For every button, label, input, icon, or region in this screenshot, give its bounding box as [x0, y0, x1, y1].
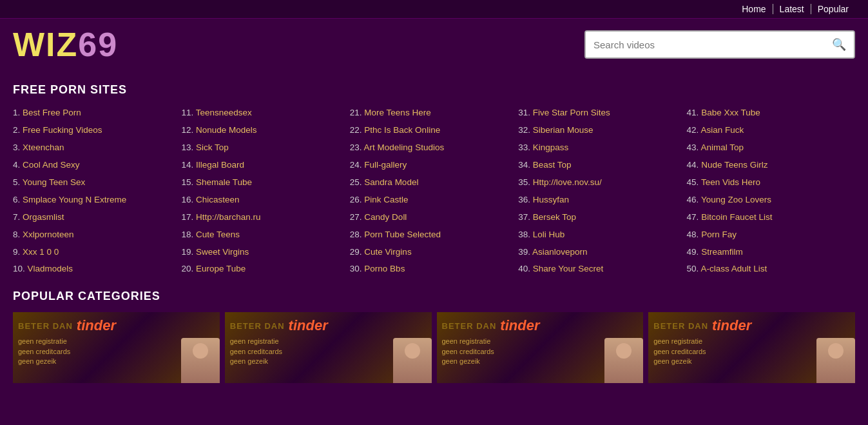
tinder-logo-2: tinder — [289, 317, 328, 334]
list-item: 40. Share Your Secret — [518, 262, 686, 277]
site-link[interactable]: Orgasmlist — [23, 212, 64, 222]
nav-popular-link[interactable]: Popular — [811, 4, 855, 14]
list-item: 24. Full-gallery — [350, 158, 518, 173]
ad-sub-4: geen registratie geen creditcards geen g… — [653, 337, 706, 366]
nav-latest-link[interactable]: Latest — [773, 4, 811, 14]
site-link[interactable]: Asianloveporn — [532, 247, 588, 257]
site-link[interactable]: Porno Bbs — [364, 264, 405, 273]
site-link[interactable]: Pthc Is Back Online — [364, 125, 440, 135]
site-link[interactable]: Smplace Young N Extreme — [23, 195, 126, 204]
list-item: 20. Europe Tube — [181, 262, 349, 277]
site-link[interactable]: Porn Tube Selected — [364, 230, 441, 239]
links-grid: 1. Best Free Porn 2. Free Fucking Videos… — [13, 106, 855, 277]
video-thumbnail-3[interactable]: BETER DAN tinder geen registratie geen c… — [437, 312, 644, 383]
site-link[interactable]: Pink Castle — [364, 195, 408, 204]
site-link[interactable]: Xxx 1 0 0 — [23, 247, 59, 257]
site-link[interactable]: Candy Doll — [364, 212, 407, 222]
ad-top-4: BETER DAN tinder — [653, 317, 751, 334]
site-link[interactable]: Http://love.nov.su/ — [533, 177, 602, 187]
site-link[interactable]: Animal Top — [700, 143, 744, 152]
list-item: 5. Young Teen Sex — [13, 175, 181, 190]
video-thumbnail-1[interactable]: BETER DAN tinder geen registratie geen c… — [13, 312, 220, 383]
site-link[interactable]: Free Fucking Videos — [23, 125, 102, 135]
links-col-1: 1. Best Free Porn 2. Free Fucking Videos… — [13, 106, 181, 277]
list-item: 32. Siberian Mouse — [518, 123, 686, 138]
list-item: 49. Streamfilm — [687, 245, 855, 260]
video-thumbnail-2[interactable]: BETER DAN tinder geen registratie geen c… — [225, 312, 432, 383]
site-link[interactable]: Streamfilm — [701, 247, 743, 257]
site-link[interactable]: Full-gallery — [364, 160, 407, 170]
site-link[interactable]: Teen Vids Hero — [701, 177, 760, 187]
links-col-3: 21. More Teens Here 22. Pthc Is Back Onl… — [350, 106, 518, 277]
list-item: 13. Sick Top — [181, 141, 349, 155]
site-link[interactable]: Shemale Tube — [196, 177, 252, 187]
site-link[interactable]: More Teens Here — [364, 108, 430, 117]
site-link[interactable]: Sandra Model — [364, 177, 418, 187]
list-item: 1. Best Free Porn — [13, 106, 181, 121]
search-button[interactable]: 🔍 — [824, 32, 854, 57]
site-link[interactable]: Xxlpornoteen — [23, 230, 74, 239]
search-input[interactable] — [586, 32, 824, 57]
site-link[interactable]: Porn Fay — [701, 230, 737, 239]
list-item: 33. Kingpass — [518, 141, 686, 155]
list-item: 25. Sandra Model — [350, 175, 518, 190]
site-link[interactable]: Young Zoo Lovers — [701, 195, 771, 204]
search-bar: 🔍 — [584, 30, 855, 59]
site-link[interactable]: Chicasteen — [196, 195, 240, 204]
list-item: 36. Hussyfan — [518, 193, 686, 208]
tinder-logo-4: tinder — [712, 317, 751, 334]
list-item: 31. Five Star Porn Sites — [518, 106, 686, 121]
site-link[interactable]: Illegal Board — [196, 160, 244, 170]
free-porn-sites-title: FREE PORN SITES — [13, 83, 855, 97]
main-content: FREE PORN SITES 1. Best Free Porn 2. Fre… — [0, 70, 868, 396]
list-item: 41. Babe Xxx Tube — [687, 106, 855, 121]
site-link[interactable]: Teensneedsex — [196, 108, 252, 117]
site-link[interactable]: Sweet Virgins — [196, 247, 249, 257]
links-col-4: 31. Five Star Porn Sites 32. Siberian Mo… — [518, 106, 686, 277]
ad-1: BETER DAN tinder geen registratie geen c… — [13, 312, 220, 383]
list-item: 14. Illegal Board — [181, 158, 349, 173]
site-link[interactable]: Babe Xxx Tube — [701, 108, 760, 117]
site-link[interactable]: Share Your Secret — [533, 264, 604, 273]
free-porn-sites-section: FREE PORN SITES 1. Best Free Porn 2. Fre… — [13, 83, 855, 277]
popular-categories-section: POPULAR CATEGORIES BETER DAN tinder geen… — [13, 290, 855, 383]
site-link[interactable]: Bitcoin Faucet List — [701, 212, 772, 222]
site-link[interactable]: Vladmodels — [28, 264, 73, 273]
list-item: 46. Young Zoo Lovers — [687, 193, 855, 208]
site-link[interactable]: Europe Tube — [196, 264, 246, 273]
site-link[interactable]: Sick Top — [196, 143, 229, 152]
video-thumbnail-grid: BETER DAN tinder geen registratie geen c… — [13, 312, 855, 383]
nav-home-link[interactable]: Home — [735, 4, 773, 14]
site-link[interactable]: Nude Teens Girlz — [701, 160, 767, 170]
site-link[interactable]: Cute Virgins — [364, 247, 411, 257]
list-item: 26. Pink Castle — [350, 193, 518, 208]
site-link[interactable]: Cool And Sexy — [23, 160, 80, 170]
site-link[interactable]: Loli Hub — [533, 230, 565, 239]
site-link[interactable]: Cute Teens — [196, 230, 240, 239]
site-link[interactable]: Http://barchan.ru — [196, 212, 261, 222]
site-link[interactable]: Bersek Top — [533, 212, 576, 222]
site-link[interactable]: Asian Fuck — [700, 125, 744, 135]
site-link[interactable]: Art Modeling Studios — [364, 143, 445, 152]
list-item: 35. Http://love.nov.su/ — [518, 175, 686, 190]
site-link[interactable]: A-class Adult List — [700, 264, 767, 273]
list-item: 37. Bersek Top — [518, 210, 686, 225]
site-header: WIZ69 🔍 — [0, 19, 868, 70]
list-item: 15. Shemale Tube — [181, 175, 349, 190]
logo-wiz: WIZ — [13, 26, 78, 63]
popular-categories-title: POPULAR CATEGORIES — [13, 290, 855, 303]
list-item: 39. Asianloveporn — [518, 245, 686, 260]
site-link[interactable]: Hussyfan — [533, 195, 569, 204]
site-link[interactable]: Siberian Mouse — [533, 125, 593, 135]
site-link[interactable]: Nonude Models — [196, 125, 257, 135]
video-thumbnail-4[interactable]: BETER DAN tinder geen registratie geen c… — [648, 312, 855, 383]
site-link[interactable]: Beast Top — [533, 160, 572, 170]
list-item: 45. Teen Vids Hero — [687, 175, 855, 190]
site-link[interactable]: Five Star Porn Sites — [533, 108, 610, 117]
site-link[interactable]: Young Teen Sex — [23, 177, 86, 187]
site-link[interactable]: Kingpass — [533, 143, 569, 152]
list-item: 44. Nude Teens Girlz — [687, 158, 855, 173]
ad-3: BETER DAN tinder geen registratie geen c… — [437, 312, 644, 383]
site-link[interactable]: Best Free Porn — [23, 108, 81, 117]
site-link[interactable]: Xteenchan — [23, 143, 64, 152]
